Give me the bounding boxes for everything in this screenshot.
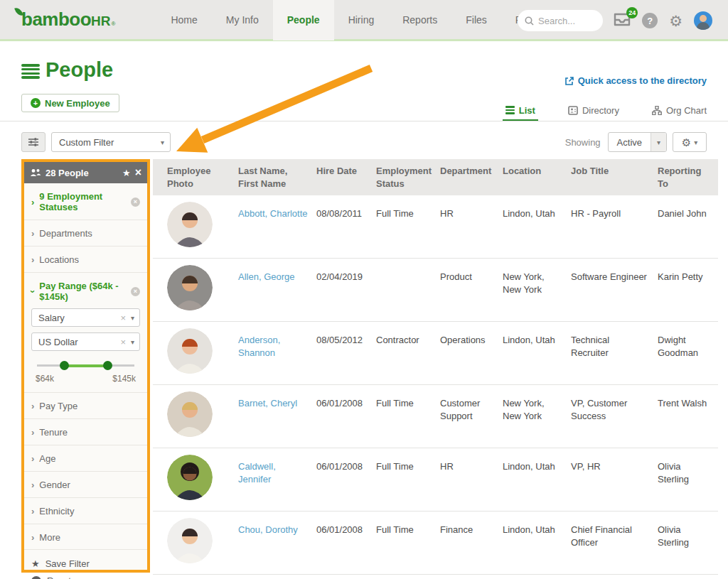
department: HR	[440, 448, 503, 511]
filter-toggle-button[interactable]	[21, 132, 46, 152]
table-header-row: Employee Photo Last Name, First Name Hir…	[153, 159, 718, 195]
filter-section-ethnicity[interactable]: › Ethnicity	[24, 498, 147, 524]
clear-x-icon[interactable]: ×	[120, 313, 126, 323]
tab-list[interactable]: List	[505, 99, 535, 121]
employee-photo[interactable]	[167, 265, 213, 310]
nav-item-people[interactable]: People	[273, 0, 334, 40]
column-header-employment-status[interactable]: Employment Status	[376, 159, 440, 195]
chevron-down-icon: ▾	[694, 139, 697, 146]
custom-filter-value: Custom Filter	[59, 137, 114, 148]
favorite-star-icon[interactable]: ★	[122, 168, 131, 178]
inbox-button[interactable]: 24	[614, 13, 631, 29]
tab-directory[interactable]: Directory	[568, 99, 619, 121]
nav-item-hiring[interactable]: Hiring	[334, 0, 389, 40]
employee-name-link[interactable]: Allen, George	[238, 271, 295, 282]
column-header-hire-date[interactable]: Hire Date	[316, 159, 376, 183]
tab-directory-label: Directory	[582, 105, 619, 116]
top-navbar: bamboo HR ® Home My Info People Hiring R…	[0, 0, 728, 41]
nav-item-home[interactable]: Home	[156, 0, 211, 40]
showing-filter-select[interactable]: Active ▾	[608, 132, 667, 152]
filter-section-employment-statuses[interactable]: › 9 Employment Statuses ×	[24, 183, 147, 220]
settings-gear-button[interactable]: ⚙	[669, 13, 682, 28]
column-header-employee-photo[interactable]: Employee Photo	[167, 159, 238, 195]
people-table: Employee Photo Last Name, First Name Hir…	[153, 159, 718, 575]
tab-list-label: List	[519, 105, 535, 116]
employee-name-link[interactable]: Barnet, Cheryl	[238, 398, 297, 408]
employee-photo[interactable]	[167, 202, 213, 247]
location: Lindon, Utah	[503, 322, 571, 384]
nav-item-reports[interactable]: Reports	[388, 0, 451, 40]
custom-filter-select[interactable]: Custom Filter ▾	[51, 132, 171, 152]
user-avatar[interactable]	[694, 11, 712, 30]
reporting-to: Olivia Sterling	[658, 512, 718, 574]
quick-access-label: Quick access to the directory	[578, 75, 707, 86]
pay-type-select[interactable]: Salary × ▾	[31, 308, 140, 327]
column-header-department[interactable]: Department	[440, 159, 503, 183]
nav-item-my-info[interactable]: My Info	[212, 0, 273, 40]
search-input[interactable]	[538, 16, 592, 26]
hire-date: 02/04/2019	[316, 259, 376, 321]
employee-name-link[interactable]: Chou, Dorothy	[238, 524, 298, 535]
employee-photo[interactable]	[167, 391, 213, 437]
help-button[interactable]: ?	[642, 13, 658, 28]
clear-filter-icon[interactable]: ×	[131, 287, 140, 296]
location: Lindon, Utah	[503, 448, 571, 511]
employee-name-link[interactable]: Abbott, Charlotte	[238, 208, 308, 219]
reset-filter-button[interactable]: × Reset	[31, 575, 140, 579]
tab-org-chart-label: Org Chart	[666, 105, 707, 116]
tab-org-chart[interactable]: Org Chart	[652, 99, 707, 121]
column-header-location[interactable]: Location	[503, 159, 571, 183]
filter-section-departments[interactable]: › Departments	[24, 220, 147, 247]
sliders-icon	[28, 137, 39, 147]
star-icon: ★	[31, 558, 40, 569]
inbox-count-badge: 24	[626, 7, 638, 18]
filter-section-tenure[interactable]: › Tenure	[24, 419, 147, 445]
table-settings-button[interactable]: ⚙ ▾	[673, 132, 707, 152]
showing-filter-value: Active	[609, 133, 651, 151]
clear-x-icon[interactable]: ×	[120, 337, 126, 347]
reporting-to: Olivia Sterling	[658, 448, 718, 511]
filter-section-pay-type[interactable]: › Pay Type	[24, 393, 147, 419]
slider-min-label: $64k	[36, 374, 54, 384]
filter-section-age[interactable]: › Age	[24, 445, 147, 472]
quick-access-link[interactable]: Quick access to the directory	[564, 75, 707, 86]
filter-section-label: Tenure	[39, 427, 140, 438]
employee-photo[interactable]	[167, 518, 213, 563]
pay-type-value: Salary	[38, 313, 120, 323]
clear-filter-icon[interactable]: ×	[131, 197, 140, 207]
slider-min-handle[interactable]	[60, 361, 69, 370]
filter-panel-header: 28 People ★ ×	[24, 162, 147, 183]
job-title: Chief Financial Officer	[571, 512, 658, 574]
employee-name-link[interactable]: Caldwell, Jennifer	[238, 461, 276, 485]
new-employee-label: New Employee	[45, 98, 110, 109]
currency-select[interactable]: US Dollar × ▾	[31, 332, 140, 351]
filter-section-label: Gender	[39, 480, 140, 490]
reporting-to: Karin Petty	[658, 259, 718, 321]
filter-section-locations[interactable]: › Locations	[24, 247, 147, 273]
employee-photo[interactable]	[167, 455, 213, 500]
chevron-right-icon: ›	[31, 454, 34, 463]
chevron-down-icon: ›	[28, 290, 38, 293]
chevron-right-icon: ›	[31, 533, 34, 542]
employee-photo[interactable]	[167, 328, 213, 374]
employment-status: Full Time	[376, 195, 440, 258]
close-panel-icon[interactable]: ×	[135, 167, 141, 178]
bamboohr-logo[interactable]: bamboo HR ®	[21, 9, 115, 31]
chevron-down-icon: ▾	[161, 139, 164, 146]
slider-max-handle[interactable]	[103, 361, 112, 370]
table-row: Allen, George 02/04/2019 Product New Yor…	[153, 259, 718, 322]
column-header-reporting-to[interactable]: Reporting To	[658, 159, 718, 195]
employee-name-link[interactable]: Anderson, Shannon	[238, 335, 280, 358]
column-header-name[interactable]: Last Name, First Name	[238, 159, 316, 195]
new-employee-button[interactable]: + New Employee	[21, 94, 119, 112]
location: Lindon, Utah	[503, 512, 571, 574]
nav-item-files[interactable]: Files	[451, 0, 501, 40]
slider-max-label: $145k	[112, 374, 136, 384]
save-filter-button[interactable]: ★ Save Filter	[31, 557, 140, 575]
annotation-arrow	[164, 60, 384, 165]
pay-range-header[interactable]: › Pay Range ($64k - $145k) ×	[24, 273, 147, 308]
hire-date: 08/08/2011	[316, 195, 376, 258]
filter-section-more[interactable]: › More	[24, 524, 147, 550]
filter-section-gender[interactable]: › Gender	[24, 472, 147, 498]
column-header-job-title[interactable]: Job Title	[571, 159, 658, 183]
